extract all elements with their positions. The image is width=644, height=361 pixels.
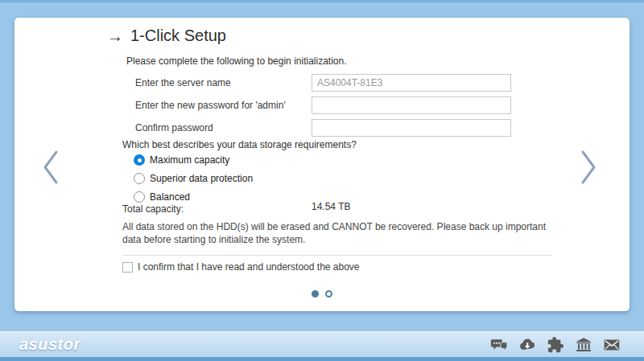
tray-icons	[490, 336, 621, 354]
page-title-text: 1-Click Setup	[130, 27, 226, 45]
chevron-right-icon	[573, 147, 602, 187]
asustor-logo: asustor	[19, 335, 80, 354]
chat-icon[interactable]	[490, 336, 508, 354]
erase-warning-text: All data stored on the HDD(s) will be er…	[122, 221, 564, 246]
bottom-edge-strip	[0, 357, 644, 361]
puzzle-piece-icon[interactable]	[547, 336, 564, 354]
total-capacity-value: 14.54 TB	[312, 201, 350, 212]
storage-question: Which best describes your data storage r…	[122, 139, 357, 150]
confirm-password-label: Confirm password	[135, 119, 213, 137]
next-button[interactable]	[573, 147, 602, 187]
taskbar: asustor	[0, 331, 644, 357]
total-capacity-label: Total capacity:	[122, 203, 184, 215]
page-title: → 1-Click Setup	[107, 27, 226, 45]
confirm-password-input[interactable]	[312, 119, 511, 137]
radio-superior-data-protection-label: Superior data protection	[150, 173, 253, 184]
radio-superior-data-protection[interactable]	[134, 173, 145, 184]
new-password-label: Enter the new password for 'admin'	[135, 96, 286, 114]
top-edge-strip	[0, 0, 644, 2]
total-capacity-row: Total capacity: 14.54 TB	[122, 201, 573, 214]
cloud-download-icon[interactable]	[518, 336, 536, 354]
mail-icon[interactable]	[603, 336, 621, 354]
arrow-right-icon: →	[107, 28, 123, 44]
radio-row-maximum-capacity[interactable]: Maximum capacity	[134, 154, 229, 166]
page-dot-1[interactable]	[312, 290, 319, 297]
server-name-input[interactable]	[312, 74, 511, 92]
setup-card: → 1-Click Setup Please complete the foll…	[14, 18, 630, 311]
chevron-left-icon	[37, 147, 66, 187]
confirm-checkbox[interactable]	[122, 262, 133, 273]
radio-maximum-capacity-label: Maximum capacity	[150, 154, 229, 166]
app-central-icon[interactable]	[575, 336, 592, 354]
new-password-input[interactable]	[312, 96, 511, 114]
confirm-password-row: Confirm password	[135, 119, 586, 137]
divider	[122, 255, 552, 256]
confirm-checkbox-label: I confirm that I have read and understoo…	[138, 261, 360, 273]
confirm-row[interactable]: I confirm that I have read and understoo…	[122, 261, 360, 273]
server-name-row: Enter the server name	[135, 74, 586, 92]
server-name-label: Enter the server name	[135, 74, 231, 92]
radio-maximum-capacity[interactable]	[134, 154, 145, 166]
new-password-row: Enter the new password for 'admin'	[135, 96, 586, 114]
intro-text: Please complete the following to begin i…	[126, 55, 347, 67]
prev-button[interactable]	[37, 147, 66, 187]
pagination	[14, 290, 630, 297]
radio-row-superior-data-protection[interactable]: Superior data protection	[134, 173, 253, 184]
page-dot-2[interactable]	[325, 290, 332, 297]
